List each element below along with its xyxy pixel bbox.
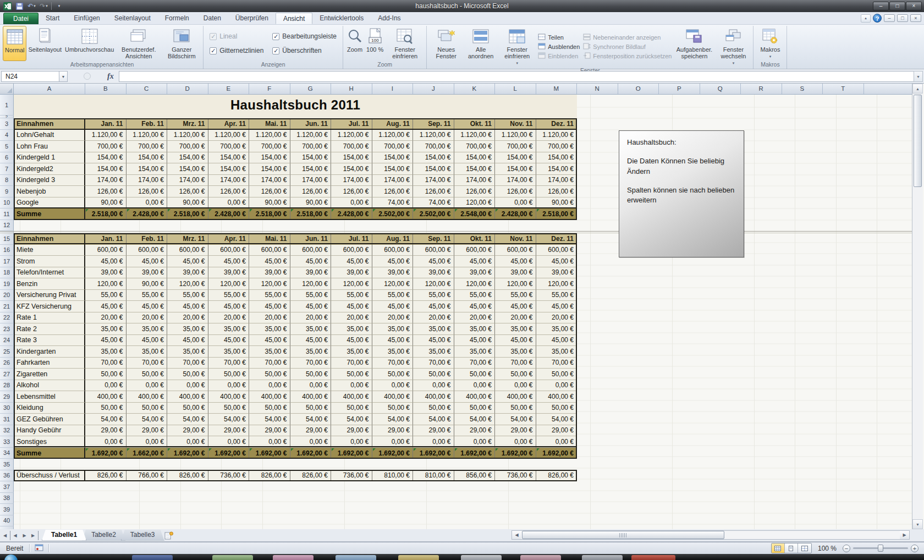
cell[interactable]: 54,00 €	[372, 414, 414, 425]
sum-value-cell[interactable]: 1.662,00 €	[127, 448, 168, 459]
cell[interactable]: 174,00 €	[372, 175, 414, 186]
cell[interactable]: 29,00 €	[331, 425, 372, 437]
split-button[interactable]: Teilen	[538, 34, 580, 41]
cell[interactable]: 29,00 €	[290, 425, 332, 437]
row-label-cell[interactable]: Sonstiges	[14, 436, 85, 448]
month-header-cell[interactable]: Mrz. 11	[167, 118, 208, 130]
tab-start[interactable]: Start	[38, 13, 67, 24]
sum-value-cell[interactable]: 2.518,00 €	[536, 208, 578, 220]
cell[interactable]: 45,00 €	[413, 256, 454, 267]
cell[interactable]: 126,00 €	[290, 186, 332, 197]
balance-label-cell[interactable]: Überschuss / Verlust	[14, 470, 85, 482]
column-header-N[interactable]: N	[577, 84, 618, 94]
cell[interactable]: 20,00 €	[249, 312, 290, 324]
sum-value-cell[interactable]: 1.692,00 €	[536, 448, 578, 459]
view-page-break-button[interactable]	[798, 543, 811, 553]
workbook-close-button[interactable]: ×	[910, 14, 921, 22]
sum-value-cell[interactable]: 2.502,00 €	[413, 208, 454, 220]
cell[interactable]: 35,00 €	[208, 346, 250, 358]
zoom-slider[interactable]	[853, 547, 908, 549]
row-header-1[interactable]: 1	[0, 95, 14, 116]
cell[interactable]: 50,00 €	[167, 403, 208, 414]
cell[interactable]: 1.120,00 €	[372, 130, 414, 141]
row-header-34[interactable]: 34	[0, 448, 14, 459]
checkbox-bearbeitungsleiste[interactable]: ✓ Bearbeitungsleiste	[272, 32, 337, 40]
cell[interactable]: 154,00 €	[127, 163, 168, 175]
month-header-cell[interactable]: Nov. 11	[495, 233, 536, 245]
cell[interactable]: 700,00 €	[208, 141, 250, 152]
cell[interactable]: 1.120,00 €	[536, 130, 578, 141]
cell[interactable]: 126,00 €	[372, 186, 414, 197]
cell[interactable]: 700,00 €	[249, 141, 290, 152]
select-all-corner[interactable]	[0, 84, 14, 95]
cell[interactable]: 35,00 €	[85, 346, 127, 358]
cell[interactable]: 400,00 €	[127, 391, 168, 403]
cell[interactable]: 29,00 €	[208, 425, 250, 437]
cell[interactable]: 700,00 €	[536, 141, 578, 152]
row-header-29[interactable]: 29	[0, 391, 14, 403]
cell[interactable]: 0,00 €	[208, 436, 250, 448]
sum-value-cell[interactable]: 1.692,00 €	[290, 448, 332, 459]
row-label-cell[interactable]: Miete	[14, 245, 85, 256]
cell[interactable]: 90,00 €	[85, 197, 127, 209]
cell[interactable]: 70,00 €	[372, 358, 414, 369]
cell[interactable]: 39,00 €	[454, 267, 496, 279]
cell[interactable]: 55,00 €	[208, 290, 250, 301]
cell[interactable]: 1.120,00 €	[127, 130, 168, 141]
sum-value-cell[interactable]: 1.692,00 €	[331, 448, 372, 459]
cell[interactable]: 20,00 €	[454, 312, 496, 324]
cell[interactable]: 0,00 €	[290, 436, 332, 448]
cell[interactable]: 45,00 €	[127, 335, 168, 347]
row-label-cell[interactable]: Zigaretten	[14, 369, 85, 380]
hide-button[interactable]: Ausblenden	[538, 43, 580, 51]
row-header-28[interactable]: 28	[0, 380, 14, 392]
cell[interactable]: 50,00 €	[372, 403, 414, 414]
cell[interactable]: 600,00 €	[536, 245, 578, 256]
cell[interactable]: 45,00 €	[208, 335, 250, 347]
cell[interactable]: 35,00 €	[372, 323, 414, 335]
cell[interactable]: 400,00 €	[331, 391, 372, 403]
cell[interactable]: 174,00 €	[413, 175, 454, 186]
cell[interactable]: 50,00 €	[127, 403, 168, 414]
cell[interactable]: 400,00 €	[495, 391, 536, 403]
cell[interactable]: 700,00 €	[290, 141, 332, 152]
scroll-up-icon[interactable]: ▲	[912, 84, 923, 94]
cell[interactable]: 20,00 €	[495, 312, 536, 324]
balance-value-cell[interactable]: 856,00 €	[454, 470, 496, 482]
cell[interactable]: 154,00 €	[249, 152, 290, 164]
tab-datei[interactable]: Datei	[3, 13, 38, 24]
cell[interactable]: 154,00 €	[536, 152, 578, 164]
tab-formeln[interactable]: Formeln	[158, 13, 196, 24]
zoom-button[interactable]: Zoom	[345, 26, 365, 61]
month-header-cell[interactable]: Jun. 11	[290, 118, 332, 130]
cell[interactable]: 55,00 €	[413, 290, 454, 301]
cell[interactable]: 50,00 €	[536, 403, 578, 414]
row-label-cell[interactable]: Strom	[14, 256, 85, 267]
column-header-B[interactable]: B	[85, 84, 127, 94]
start-orb-icon[interactable]	[4, 554, 18, 560]
row-header-22[interactable]: 22	[0, 312, 14, 324]
month-header-cell[interactable]: Mrz. 11	[167, 233, 208, 245]
month-header-cell[interactable]: Aug. 11	[372, 118, 414, 130]
workbook-restore-button[interactable]: □	[897, 14, 908, 22]
row-header-15[interactable]: 15	[0, 233, 14, 245]
reset-window-position-button[interactable]: Fensterposition zurücksetzen	[583, 52, 672, 60]
cell[interactable]: 39,00 €	[167, 267, 208, 279]
cell[interactable]: 35,00 €	[249, 323, 290, 335]
cell[interactable]: 50,00 €	[127, 369, 168, 380]
taskbar-app-button[interactable]	[582, 555, 623, 560]
cell[interactable]: 0,00 €	[536, 380, 578, 392]
sheet-tab-tabelle1[interactable]: Tabelle1	[42, 530, 86, 541]
cell[interactable]: 120,00 €	[413, 278, 454, 290]
zoom-level[interactable]: 100 %	[815, 545, 840, 552]
cell[interactable]: 45,00 €	[372, 301, 414, 312]
cell[interactable]: 29,00 €	[413, 425, 454, 437]
cell[interactable]: 35,00 €	[249, 346, 290, 358]
zoom-in-icon[interactable]: +	[911, 545, 919, 552]
cell[interactable]: 126,00 €	[536, 186, 578, 197]
row-header-31[interactable]: 31	[0, 414, 14, 425]
cell[interactable]: 50,00 €	[208, 369, 250, 380]
cell[interactable]: 50,00 €	[536, 369, 578, 380]
row-header-39[interactable]: 39	[0, 504, 14, 515]
cell[interactable]: 70,00 €	[85, 358, 127, 369]
